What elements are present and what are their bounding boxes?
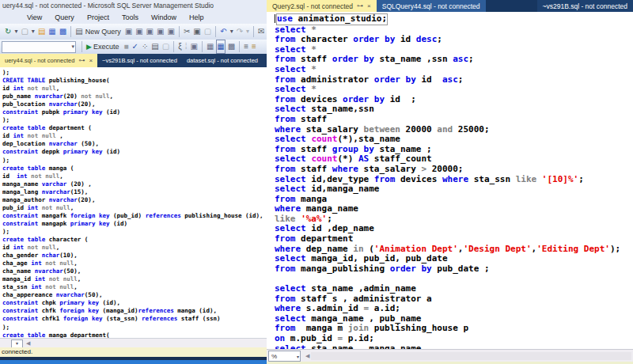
results-grid-icon[interactable]: ▦ — [217, 40, 224, 53]
execute-button[interactable]: Execute — [93, 43, 119, 51]
toolbar-separator — [179, 26, 180, 37]
document-tab[interactable]: ~vs291B.sql - not connected — [537, 0, 633, 12]
results-icon[interactable]: ▣ — [190, 40, 197, 53]
new-project-icon[interactable]: ▢ — [21, 25, 28, 38]
sync-icon[interactable]: ↻ — [5, 25, 11, 38]
right-sql-editor[interactable]: use animation_studio;select *from charac… — [267, 12, 633, 351]
parse-icon[interactable]: ✓ — [132, 40, 138, 53]
code-line: ); — [2, 324, 269, 332]
code-line: manga_name varchar (20) , — [2, 180, 269, 188]
left-document-tabbar: uery44.sql - not connected⊶×~vs291B.sql … — [0, 54, 267, 67]
splitter-dropdown[interactable]: ▾ — [11, 339, 23, 348]
client-stats-icon[interactable]: ⁞ — [185, 40, 188, 53]
code-line: pub_name nvarchar(20) not null, — [2, 93, 269, 100]
menu-item-project[interactable]: Project — [81, 11, 116, 24]
code-line: cha_age int not null, — [2, 260, 269, 267]
uncomment-icon[interactable]: ≡ — [252, 40, 256, 53]
left-ssms-window: uery44.sql - not connected - Microsoft S… — [0, 0, 267, 364]
document-tab[interactable]: ~vs291B.sql - not connected — [97, 54, 182, 67]
tab-label: Query2.sql - not connected — [272, 2, 353, 10]
code-line: ); — [2, 228, 269, 236]
code-line: manga_lang nvarchar(15), — [2, 188, 269, 196]
sqlcmd-icon[interactable]: ξ — [178, 40, 181, 53]
code-line: constraint chpk primary key (id), — [2, 299, 269, 307]
code-line: ); — [2, 157, 269, 165]
execute-play-icon: ▶ — [86, 43, 92, 51]
left-taskbar-strip — [0, 360, 267, 364]
code-line: ); — [2, 116, 269, 124]
tab-label: uery44.sql - not connected — [5, 57, 74, 64]
open-folder-icon[interactable]: ▤ — [38, 25, 45, 38]
menu-item-window[interactable]: Window — [145, 11, 183, 24]
analysis-query-icon[interactable]: ▣ — [135, 25, 142, 38]
code-line: cha_gender nchar(10), — [2, 252, 269, 260]
code-line: ); — [2, 69, 269, 77]
zoom-level-value: % — [271, 353, 277, 360]
document-tab[interactable]: SQLQuery44.sql - not connected — [377, 0, 486, 12]
dmx-query-icon[interactable]: ▣ — [157, 25, 164, 38]
menu-item-query[interactable]: Query — [48, 11, 81, 24]
code-line: from staff order by sta_name ,ssn asc; — [275, 55, 633, 65]
available-databases-combo[interactable]: ▾ — [2, 41, 76, 53]
cut-icon[interactable]: ✂ — [184, 25, 190, 38]
right-document-tabbar: Query2.sql - not connected⊶×SQLQuery44.s… — [267, 0, 633, 12]
save-icon[interactable]: ▦ — [48, 25, 55, 38]
comment-icon[interactable]: ≡ — [244, 40, 248, 53]
code-line: constraint mangafk foreign key (pub_id) … — [2, 212, 269, 220]
close-icon[interactable]: × — [367, 2, 371, 9]
current-statement-box: use animation_studio; — [276, 13, 388, 25]
stop-icon[interactable]: ■ — [123, 40, 128, 53]
save-all-icon[interactable]: ▩ — [59, 25, 66, 38]
code-line: constraint deppk primary key (id) — [2, 148, 269, 156]
menu-item-tools[interactable]: Tools — [116, 11, 145, 24]
results-file-icon[interactable]: ▩ — [228, 40, 235, 53]
pin-icon[interactable]: ⊶ — [357, 2, 363, 9]
left-sql-editor[interactable]: );CREATE TABLE publishing_house(id int n… — [0, 67, 269, 339]
mail-icon[interactable]: ✉ — [258, 25, 264, 38]
menu-item-help[interactable]: Help — [183, 11, 210, 24]
scroll-left-icon[interactable]: ◀ — [305, 353, 309, 359]
code-line: create table manga ( — [2, 165, 269, 173]
tab-label: ~vs291B.sql - not connected — [102, 57, 177, 64]
scroll-left-icon[interactable]: ◀ — [26, 340, 30, 347]
intellisense-icon[interactable]: ▢ — [162, 40, 169, 53]
screen: uery44.sql - not connected - Microsoft S… — [0, 0, 633, 364]
left-menubar: ViewQueryProjectToolsWindowHelp — [0, 11, 287, 24]
dropdown-icon[interactable]: ▾ — [230, 25, 233, 38]
dropdown-icon[interactable]: ▾ — [14, 25, 17, 38]
database-engine-query-icon[interactable]: ▣ — [125, 25, 132, 38]
toolbar-separator — [215, 26, 216, 37]
document-tab[interactable]: uery44.sql - not connected⊶× — [0, 54, 97, 67]
horizontal-scroll-track[interactable] — [311, 352, 631, 360]
new-query-icon[interactable]: ▤ — [75, 25, 82, 38]
code-line: select id,manga_name — [275, 184, 633, 195]
close-icon[interactable]: × — [89, 57, 93, 64]
copy-icon[interactable]: ▣ — [193, 25, 200, 38]
estimated-plan-icon[interactable]: ▤ — [151, 40, 158, 53]
document-tab[interactable]: Query2.sql - not connected⊶× — [267, 0, 377, 12]
code-line: from character order by id desc; — [275, 35, 633, 45]
query-options-icon[interactable]: ⁘ — [142, 40, 148, 53]
right-query-window: Query2.sql - not connected⊶×SQLQuery44.s… — [267, 0, 633, 364]
code-line: from administrator order by id asc; — [275, 75, 633, 85]
toolbar-separator — [253, 26, 254, 37]
dropdown-icon[interactable]: ▾ — [246, 25, 249, 38]
new-query-icon-label[interactable]: New Query — [85, 28, 121, 36]
tab-label: ~vs291B.sql - not connected — [543, 2, 628, 10]
code-line: create table department ( — [2, 124, 269, 132]
pin-icon[interactable]: ⊶ — [78, 57, 85, 64]
document-tab[interactable]: dataset.sql - not connected — [182, 54, 263, 67]
code-line: manga_id int not null, — [2, 275, 269, 283]
paste-icon[interactable]: ▢ — [204, 25, 211, 38]
code-line: cha_name nvarchar(50), — [2, 267, 269, 275]
results-text-icon[interactable]: ▦ — [207, 40, 214, 53]
mdx-query-icon[interactable]: ▣ — [146, 25, 154, 38]
left-sql-editor-toolbar: ▾ ▶ Execute ■✓⁘▤▢ξ⁞▣▦▦▩≡≡ — [0, 40, 268, 55]
dropdown-icon[interactable]: ▾ — [32, 25, 35, 38]
undo-icon[interactable]: ↶ — [220, 25, 226, 38]
menu-item-view[interactable]: View — [21, 11, 48, 24]
xmla-query-icon[interactable]: ▣ — [168, 25, 175, 38]
zoom-level-combo[interactable]: % ▾ — [268, 351, 301, 362]
redo-icon[interactable]: ↷ — [237, 25, 243, 38]
code-line: manga_author nvarchar(20), — [2, 196, 269, 204]
